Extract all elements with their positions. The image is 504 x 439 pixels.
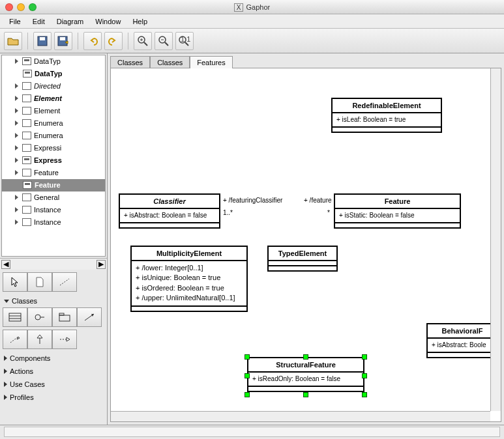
tree-item[interactable]: Enumera [2, 130, 105, 142]
canvas-wrap: + /featuringClassifier + /feature 1..* *… [110, 68, 501, 422]
window-title: XGaphor [0, 3, 504, 12]
tree-item[interactable]: Feature [2, 179, 105, 191]
interface-tool[interactable] [27, 307, 52, 327]
sidebar: DataTypDataTypDirectedElementElementEnum… [0, 53, 108, 425]
menu-edit[interactable]: Edit [27, 16, 50, 27]
svg-rect-15 [9, 313, 21, 321]
titlebar: XGaphor [0, 0, 504, 14]
assoc-card-left: 1..* [223, 209, 233, 216]
class-icon [22, 82, 31, 90]
zoom-in-button[interactable] [134, 32, 152, 50]
canvas-hscroll[interactable] [111, 411, 490, 421]
diagram-tab[interactable]: Classes [110, 56, 150, 68]
class-icon [22, 144, 31, 152]
palette-classes-header[interactable]: Classes [3, 294, 104, 307]
tree-view[interactable]: DataTypDataTypDirectedElementElementEnum… [1, 55, 106, 257]
selection-handle[interactable] [245, 392, 250, 397]
class-icon [22, 57, 31, 65]
class-icon [22, 193, 31, 201]
undo-button[interactable] [83, 32, 102, 50]
selection-handle[interactable] [362, 354, 367, 360]
menubar: File Edit Diagram Window Help [0, 14, 504, 29]
scroll-left-icon[interactable]: ◀ [1, 260, 10, 269]
selection-handle[interactable] [362, 392, 367, 397]
menu-help[interactable]: Help [127, 16, 153, 27]
palette: Classes Components Actions Use Cases Pro… [0, 270, 107, 425]
class-icon [22, 119, 31, 127]
tree-item[interactable]: Express [2, 154, 105, 167]
uml-behavioral-feature[interactable]: BehavioralF + isAbstract: Boole [426, 323, 490, 358]
diagram-canvas[interactable]: + /featuringClassifier + /feature 1..* *… [111, 68, 490, 411]
tree-item[interactable]: Element [2, 105, 105, 117]
zoom-reset-button[interactable]: 1:1 [175, 32, 194, 50]
selection-handle[interactable] [245, 373, 250, 378]
zoom-out-button[interactable] [155, 32, 173, 50]
new-element-tool[interactable] [27, 272, 52, 292]
menu-window[interactable]: Window [90, 16, 126, 27]
assoc-label-right: + /feature [304, 197, 332, 204]
assoc-label-left: + /featuringClassifier [223, 197, 282, 204]
class-icon [23, 70, 32, 78]
uml-classifier[interactable]: Classifier + isAbstract: Boolean = false [119, 193, 220, 229]
canvas-vscroll[interactable] [490, 68, 501, 411]
generalization-tool[interactable] [27, 330, 52, 349]
selection-handle[interactable] [303, 354, 308, 360]
tree-item[interactable]: Expressi [2, 142, 105, 154]
palette-actions-header[interactable]: Actions [3, 365, 104, 378]
class-tool[interactable] [3, 307, 27, 327]
tree-item[interactable]: Directed [2, 80, 105, 92]
palette-usecases-header[interactable]: Use Cases [3, 378, 104, 391]
svg-rect-1 [40, 37, 45, 40]
open-button[interactable] [4, 32, 22, 50]
svg-point-18 [35, 315, 40, 320]
diagram-tabs: ClassesClassesFeatures [108, 53, 504, 68]
class-icon [22, 169, 31, 177]
tree-item[interactable]: General [2, 191, 105, 204]
tree-item[interactable]: DataTyp [2, 68, 105, 80]
selection-handle[interactable] [245, 354, 250, 360]
tree-item[interactable]: Enumera [2, 117, 105, 130]
svg-line-14 [60, 279, 69, 285]
statusbar [0, 425, 504, 439]
save-button[interactable] [33, 32, 52, 50]
selection-handle[interactable] [362, 373, 367, 378]
diagram-tab[interactable]: Classes [150, 56, 190, 68]
selection-handle[interactable] [303, 392, 308, 397]
palette-profiles-header[interactable]: Profiles [3, 391, 104, 404]
realization-tool[interactable] [52, 330, 77, 349]
class-icon [22, 206, 31, 214]
svg-line-9 [165, 42, 168, 46]
svg-line-23 [10, 337, 18, 343]
menu-file[interactable]: File [4, 16, 26, 27]
tree-hscroll[interactable]: ◀ ▶ [0, 258, 107, 270]
class-icon [22, 218, 31, 226]
uml-feature[interactable]: Feature + isStatic: Boolean = false [334, 193, 461, 229]
tree-item[interactable]: Element [2, 92, 105, 105]
svg-text:1:1: 1:1 [181, 36, 190, 43]
toolbar: 1:1 [0, 29, 504, 53]
class-icon [22, 132, 31, 139]
scroll-right-icon[interactable]: ▶ [96, 260, 106, 269]
svg-rect-20 [59, 315, 70, 321]
association-tool[interactable] [77, 307, 102, 327]
uml-multiplicity-element[interactable]: MultiplicityElement + /lower: Integer[0.… [130, 246, 248, 312]
connections [111, 68, 306, 166]
class-icon [22, 94, 31, 102]
tree-item[interactable]: Instance [2, 216, 105, 229]
uml-redefinable-element[interactable]: RedefinableElement + isLeaf: Boolean = t… [331, 98, 442, 133]
tree-item[interactable]: Instance [2, 204, 105, 216]
uml-structural-feature[interactable]: StructuralFeature + isReadOnly: Boolean … [247, 357, 364, 392]
pointer-tool[interactable] [3, 272, 27, 292]
menu-diagram[interactable]: Diagram [52, 16, 89, 27]
dependency-tool[interactable] [3, 330, 27, 349]
line-tool[interactable] [52, 272, 77, 292]
save-as-button[interactable] [54, 32, 72, 50]
svg-rect-21 [59, 313, 64, 315]
uml-typed-element[interactable]: TypedElement [267, 246, 338, 272]
redo-button[interactable] [104, 32, 123, 50]
tree-item[interactable]: Feature [2, 167, 105, 179]
tree-item[interactable]: DataTyp [2, 55, 105, 68]
palette-components-header[interactable]: Components [3, 352, 104, 365]
diagram-tab[interactable]: Features [190, 56, 232, 68]
package-tool[interactable] [52, 307, 77, 327]
